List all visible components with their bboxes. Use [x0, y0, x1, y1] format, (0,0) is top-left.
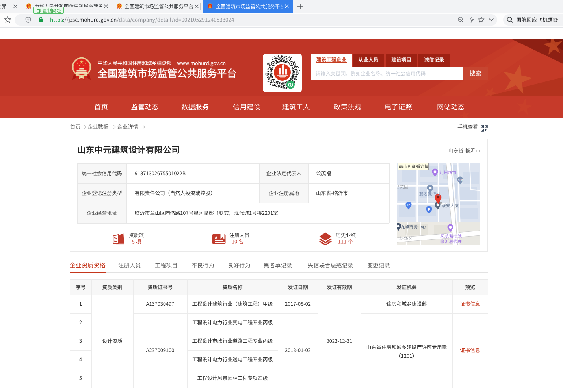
svg-text:P: P: [428, 207, 431, 211]
svg-text:P: P: [407, 203, 410, 207]
svg-text:ATM: ATM: [458, 179, 463, 181]
